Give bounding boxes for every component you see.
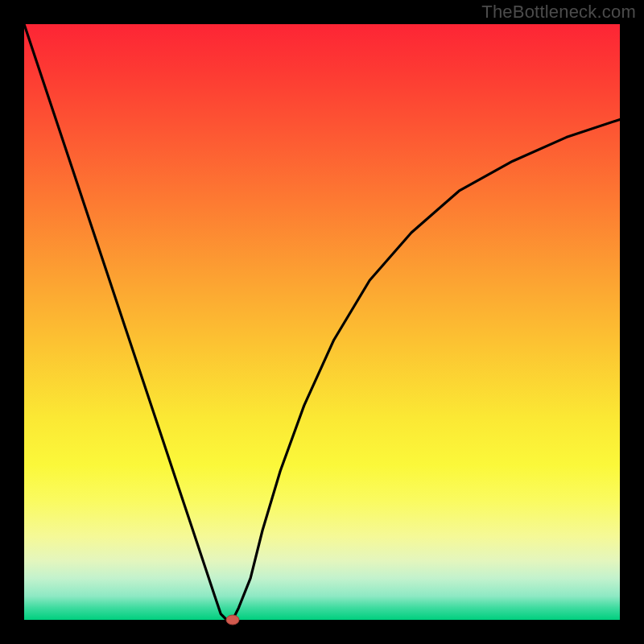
bottleneck-curve <box>24 24 620 620</box>
min-point-marker <box>226 615 239 625</box>
chart-svg <box>24 24 620 620</box>
chart-frame: TheBottleneck.com <box>0 0 644 644</box>
plot-area <box>24 24 620 620</box>
watermark-text: TheBottleneck.com <box>481 2 636 23</box>
